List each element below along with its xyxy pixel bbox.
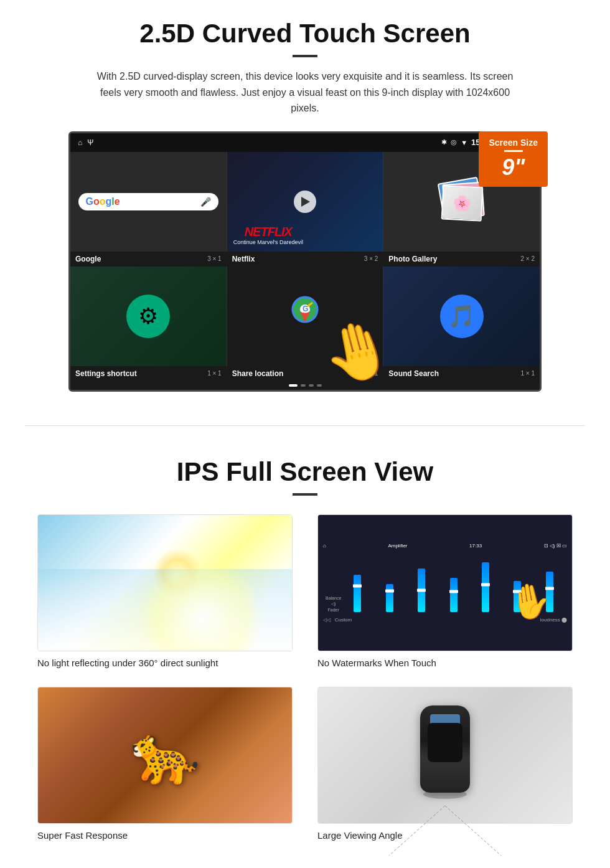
eq-bar-5	[482, 562, 489, 612]
app-cell-share-location[interactable]: G 🤚	[227, 267, 383, 366]
settings-app-size: 1 × 1	[207, 370, 222, 377]
badge-size: 9"	[489, 154, 538, 181]
car-roof	[428, 723, 462, 762]
app-label-row-top: Google 3 × 1 Netflix 3 × 2 Photo Gallery…	[70, 252, 540, 267]
usb-icon: Ψ	[87, 138, 93, 147]
car-top-view	[414, 705, 476, 805]
screen-size-badge: Screen Size 9"	[479, 131, 548, 187]
app-cell-google[interactable]: Google 🎤	[70, 152, 227, 252]
feature-viewing-angle: Large Viewing Angle	[317, 687, 573, 841]
section2-title-underline	[293, 493, 317, 496]
feature-img-eq: ⌂ Amplifier 17:33 ⊡ ◁) ☒ ▭ Balance ◁) Fa…	[317, 514, 573, 651]
car-top-view-container	[318, 687, 572, 823]
netflix-logo: NETFLIX	[233, 225, 303, 239]
google-search-bar[interactable]: Google 🎤	[78, 193, 219, 210]
svg-line-5	[445, 806, 501, 824]
status-bar: ⌂ Ψ ✱ ◎ ▼ 15:06 ⊡ ◁) ☒ ▭	[70, 133, 540, 152]
app-grid-top: Google 🎤 NETFLIX Continue Marvel's Dared…	[70, 152, 540, 252]
netflix-app-name: Netflix	[232, 255, 255, 263]
section-divider	[25, 425, 585, 426]
dot-4	[317, 384, 322, 387]
feature-img-cheetah	[37, 687, 293, 824]
sound-app-size: 1 × 1	[520, 370, 535, 377]
music-note-icon: 🎵	[440, 295, 484, 338]
dot-3	[309, 384, 314, 387]
netflix-subtitle: Continue Marvel's Daredevil	[233, 239, 303, 245]
app-label-sound: Sound Search 1 × 1	[383, 366, 540, 381]
gear-icon: ⚙	[126, 295, 170, 338]
app-cell-sound-search[interactable]: 🎵	[383, 267, 540, 366]
status-left-icons: ⌂ Ψ	[78, 138, 93, 147]
netflix-info: NETFLIX Continue Marvel's Daredevil	[233, 225, 303, 245]
pagination-dots	[70, 381, 540, 390]
section-ips: IPS Full Screen View No light reflecting…	[0, 445, 610, 859]
feature-sunlight: No light reflecting under 360° direct su…	[37, 514, 293, 668]
feature-img-car	[317, 687, 573, 824]
section2-title: IPS Full Screen View	[37, 457, 573, 487]
eq-bar-3	[418, 568, 425, 612]
eq-bar-2	[386, 584, 393, 612]
eq-time: 17:33	[469, 543, 482, 549]
app-label-gallery: Photo Gallery 2 × 2	[383, 252, 540, 267]
dot-2	[301, 384, 306, 387]
photo-3: 🌸	[441, 185, 483, 221]
settings-app-name: Settings shortcut	[75, 369, 137, 378]
eq-bar-4	[450, 578, 458, 612]
location-icon: ◎	[451, 138, 457, 146]
app-label-google: Google 3 × 1	[70, 252, 227, 267]
touch-hand-icon: ✋	[506, 577, 555, 625]
app-grid-bottom: ⚙ G	[70, 267, 540, 366]
sky-background	[38, 515, 292, 651]
feature-watermarks: ⌂ Amplifier 17:33 ⊡ ◁) ☒ ▭ Balance ◁) Fa…	[317, 514, 573, 668]
feature-label-sunlight: No light reflecting under 360° direct su…	[37, 658, 293, 668]
wifi-icon: ▼	[461, 139, 467, 146]
share-app-name: Share location	[232, 369, 284, 378]
home-icon: ⌂	[78, 138, 82, 147]
feature-label-watermarks: No Watermarks When Touch	[317, 658, 573, 668]
section-curved-screen: 2.5D Curved Touch Screen With 2.5D curve…	[0, 0, 610, 407]
app-label-netflix: Netflix 3 × 2	[227, 252, 383, 267]
car-body	[420, 705, 470, 793]
gallery-app-size: 2 × 2	[520, 255, 535, 262]
app-cell-settings[interactable]: ⚙	[70, 267, 227, 366]
play-button[interactable]	[294, 191, 316, 213]
eq-bar-1	[354, 575, 361, 612]
app-label-settings: Settings shortcut 1 × 1	[70, 366, 227, 381]
bluetooth-icon: ✱	[441, 138, 447, 146]
device-screen: ⌂ Ψ ✱ ◎ ▼ 15:06 ⊡ ◁) ☒ ▭	[68, 131, 542, 392]
eq-custom-btn: ◁◁ Custom	[323, 617, 352, 623]
section1-description: With 2.5D curved-display screen, this de…	[87, 68, 523, 116]
cheetah-background	[38, 687, 292, 823]
flower-icon: 🌸	[452, 194, 471, 213]
device-mockup: Screen Size 9" ⌂ Ψ ✱ ◎ ▼ 15:06 ⊡ ◁) ☒	[68, 131, 542, 392]
eq-screen: ⌂ Amplifier 17:33 ⊡ ◁) ☒ ▭ Balance ◁) Fa…	[318, 515, 572, 651]
sun-flare	[152, 549, 202, 598]
title-underline	[293, 55, 317, 57]
feature-img-sunlight	[37, 514, 293, 651]
app-cell-netflix[interactable]: NETFLIX Continue Marvel's Daredevil	[227, 152, 383, 252]
feature-grid: No light reflecting under 360° direct su…	[37, 514, 573, 841]
google-app-size: 3 × 1	[207, 255, 222, 262]
badge-title: Screen Size	[489, 138, 538, 148]
app-label-row-bottom: Settings shortcut 1 × 1 Share location 1…	[70, 366, 540, 381]
netflix-app-size: 3 × 2	[364, 255, 378, 262]
eq-header: ⌂ Amplifier 17:33 ⊡ ◁) ☒ ▭	[323, 543, 567, 549]
feature-speed: Super Fast Response	[37, 687, 293, 841]
badge-underline	[504, 150, 523, 152]
google-logo: Google	[86, 196, 120, 207]
viewing-angle-diagram	[383, 800, 507, 824]
google-app-name: Google	[75, 255, 101, 263]
mic-icon: 🎤	[200, 197, 211, 207]
eq-icons: ⊡ ◁) ☒ ▭	[544, 543, 567, 549]
eq-title: Amplifier	[388, 543, 407, 549]
eq-left-labels: Balance ◁) Fader	[326, 596, 341, 612]
svg-line-4	[389, 806, 445, 824]
gallery-app-name: Photo Gallery	[388, 255, 437, 263]
eq-home-icon: ⌂	[323, 543, 326, 549]
section1-title: 2.5D Curved Touch Screen	[37, 19, 573, 49]
dot-1	[289, 384, 298, 387]
feature-label-speed: Super Fast Response	[37, 830, 293, 841]
eq-bars: ✋	[342, 562, 565, 612]
